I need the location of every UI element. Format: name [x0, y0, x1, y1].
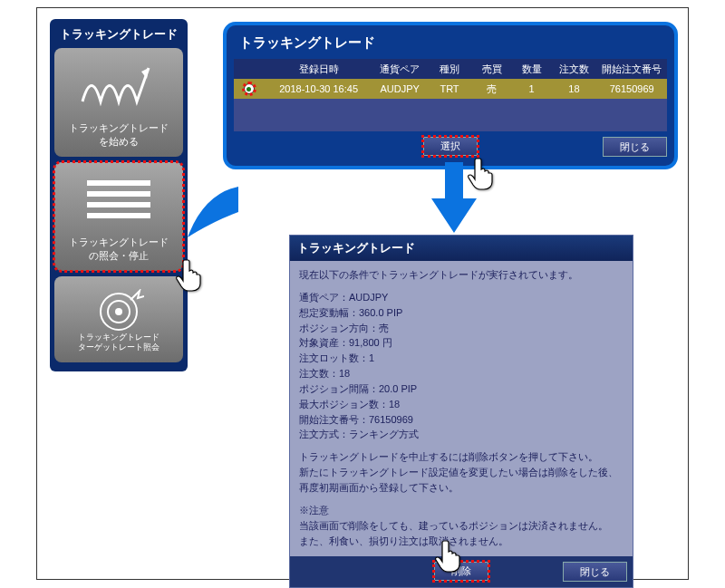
intro-text: 現在以下の条件でトラッキングトレードが実行されています。	[299, 268, 624, 282]
detail-line: 注文ロット数：1	[299, 352, 624, 365]
target-icon	[94, 289, 144, 334]
col-startno: 開始注文番号	[596, 63, 667, 76]
cell-qty: 1	[512, 83, 552, 94]
dialog-title: トラッキングトレード	[290, 236, 633, 261]
tracking-trade-detail-dialog: トラッキングトレード 現在以下の条件でトラッキングトレードが実行されています。 …	[289, 235, 633, 588]
table-empty-area	[234, 99, 667, 131]
cell-orders: 18	[552, 83, 597, 94]
note-text: トラッキングトレードを中止するには削除ボタンを押して下さい。	[299, 450, 624, 464]
hand-cursor-icon	[175, 257, 206, 294]
svg-rect-1	[87, 191, 150, 197]
hand-cursor-icon	[434, 538, 465, 574]
col-pair: 通貨ペア	[372, 63, 427, 76]
cell-kind: TRT	[427, 83, 472, 94]
sidebar-card-start[interactable]: トラッキングトレード を始める	[54, 48, 183, 157]
callout-tail	[186, 185, 240, 239]
note-text: 新たにトラッキングトレード設定値を変更したい場合は削除をした後、	[299, 466, 624, 479]
select-button[interactable]: 選択	[423, 137, 478, 156]
card-label: トラッキングトレード ターゲットレート照会	[78, 333, 160, 353]
sidebar-card-inquiry[interactable]: トラッキングトレード の照会・停止	[54, 162, 183, 271]
table-header: 登録日時 通貨ペア 種別 売買 数量 注文数 開始注文番号	[234, 59, 667, 79]
col-orders: 注文数	[552, 63, 597, 76]
card-label: トラッキングトレード の照会・停止	[69, 236, 169, 262]
detail-line: 注文数：18	[299, 367, 624, 381]
cell-startno: 76150969	[596, 83, 667, 94]
svg-rect-3	[87, 213, 150, 218]
detail-line: 想定変動幅：360.0 PIP	[299, 306, 624, 320]
sidebar-card-target[interactable]: トラッキングトレード ターゲットレート照会	[54, 276, 183, 362]
close-button[interactable]: 閉じる	[563, 562, 627, 582]
dialog-title: トラッキングトレード	[234, 31, 667, 59]
detail-line: 開始注文番号：76150969	[299, 413, 624, 427]
detail-line: 注文方式：ランキング方式	[299, 428, 624, 441]
detail-line: 最大ポジション数：18	[299, 398, 624, 411]
sidebar: トラッキングトレード トラッキングトレード を始める トラッキングトレード の照…	[50, 19, 188, 371]
cell-date: 2018-10-30 16:45	[265, 83, 373, 94]
hand-cursor-icon	[467, 156, 498, 192]
cell-bs: 売	[472, 82, 512, 96]
detail-line: ポジション方向：売	[299, 322, 624, 335]
svg-rect-2	[87, 202, 150, 207]
row-radio[interactable]	[244, 83, 255, 94]
sidebar-title: トラッキングトレード	[53, 23, 184, 48]
col-qty: 数量	[512, 63, 552, 76]
wave-up-icon	[78, 61, 160, 111]
warn-text: 当該画面で削除をしても、建っているポジションは決済されません。	[299, 519, 624, 533]
cell-pair: AUDJPY	[372, 83, 427, 94]
list-lines-icon	[78, 175, 160, 225]
col-kind: 種別	[427, 63, 472, 76]
close-button[interactable]: 閉じる	[603, 137, 667, 157]
table-row[interactable]: 2018-10-30 16:45 AUDJPY TRT 売 1 18 76150…	[234, 79, 667, 99]
col-bs: 売買	[472, 63, 512, 76]
note-text: 再度初期画面から登録して下さい。	[299, 481, 624, 495]
svg-rect-0	[87, 180, 150, 186]
dialog-body: 現在以下の条件でトラッキングトレードが実行されています。 通貨ペア：AUDJPY…	[290, 261, 633, 556]
select-button-highlight: 選択	[423, 137, 478, 156]
detail-line: 対象資産：91,800 円	[299, 336, 624, 350]
svg-point-6	[115, 308, 122, 315]
detail-line: ポジション間隔：20.0 PIP	[299, 382, 624, 396]
detail-line: 通貨ペア：AUDJPY	[299, 291, 624, 304]
warn-title: ※注意	[299, 504, 624, 517]
card-label: トラッキングトレード を始める	[69, 121, 169, 148]
tracking-trade-list-dialog: トラッキングトレード 登録日時 通貨ペア 種別 売買 数量 注文数 開始注文番号…	[223, 22, 678, 169]
col-date: 登録日時	[265, 63, 373, 76]
